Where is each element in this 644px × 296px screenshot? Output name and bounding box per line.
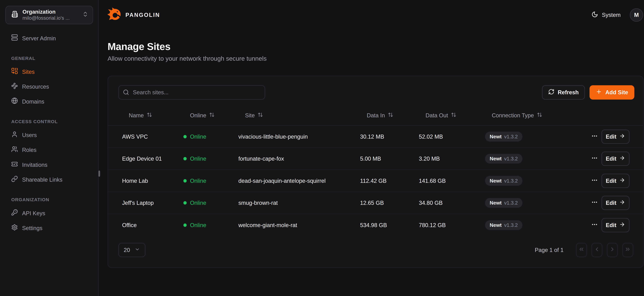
page-subtitle: Allow connectivity to your network throu… xyxy=(108,55,644,62)
column-header-connection-type[interactable]: Connection Type xyxy=(485,112,588,119)
ellipsis-icon xyxy=(591,155,598,163)
sidebar: Organization milo@fossorial.io's ... Ser… xyxy=(0,0,99,296)
page-size-select[interactable]: 20 xyxy=(118,243,146,257)
site-name-cell: AWS VPC xyxy=(122,134,184,140)
column-header-data-out[interactable]: Data Out xyxy=(419,112,485,119)
chevron-right-icon xyxy=(609,246,616,254)
edit-button[interactable]: Edit xyxy=(602,196,630,210)
site-name-cell: Home Lab xyxy=(122,178,184,184)
chevron-left-icon xyxy=(594,246,600,254)
row-menu-button[interactable] xyxy=(590,153,600,164)
organization-selector[interactable]: Organization milo@fossorial.io's ... xyxy=(6,6,93,24)
row-menu-button[interactable] xyxy=(590,197,600,208)
sites-card: Refresh Add Site Name xyxy=(108,76,644,268)
add-site-button[interactable]: Add Site xyxy=(590,85,634,100)
ellipsis-icon xyxy=(591,177,598,185)
first-page-button[interactable] xyxy=(576,243,587,257)
status-badge: Online xyxy=(190,134,206,140)
table-row: AWS VPCOnlinevivacious-little-blue-pengu… xyxy=(108,126,643,148)
page-info: Page 1 of 1 xyxy=(535,247,564,253)
table-row: Jeff's LaptopOnlinesmug-brown-rat12.65 G… xyxy=(108,192,643,214)
theme-label: System xyxy=(602,12,621,18)
site-tunnel-cell: fortunate-cape-fox xyxy=(238,156,360,162)
chevrons-right-icon xyxy=(624,246,631,254)
ellipsis-icon xyxy=(591,199,598,207)
sort-icon xyxy=(451,112,456,119)
column-header-name[interactable]: Name xyxy=(122,112,184,119)
sidebar-item-server-admin[interactable]: Server Admin xyxy=(6,31,93,46)
refresh-icon xyxy=(548,88,554,96)
avatar[interactable]: M xyxy=(630,8,643,22)
ticket-icon xyxy=(11,161,18,169)
edit-label: Edit xyxy=(606,178,616,184)
site-name-cell: Office xyxy=(122,222,184,228)
sort-icon xyxy=(147,112,152,119)
refresh-button[interactable]: Refresh xyxy=(542,85,585,100)
sidebar-item-invitations[interactable]: Invitations xyxy=(6,158,93,172)
next-page-button[interactable] xyxy=(607,243,618,257)
sort-icon xyxy=(388,112,393,119)
sidebar-item-sites[interactable]: Sites xyxy=(6,64,93,79)
ellipsis-icon xyxy=(591,221,598,229)
last-page-button[interactable] xyxy=(622,243,633,257)
data-out-cell: 141.68 GB xyxy=(419,178,485,184)
row-menu-button[interactable] xyxy=(590,175,600,186)
table-row: Edge Device 01Onlinefortunate-cape-fox5.… xyxy=(108,148,643,170)
sidebar-item-label: Sites xyxy=(22,68,34,75)
moon-icon xyxy=(592,11,598,19)
online-dot-icon xyxy=(184,201,187,204)
connection-type-cell: Newtv1.3.2 xyxy=(485,220,588,230)
edit-label: Edit xyxy=(606,156,616,162)
status-badge: Online xyxy=(190,178,206,184)
data-out-cell: 3.20 MB xyxy=(419,156,485,162)
online-dot-icon xyxy=(184,224,187,227)
building-icon xyxy=(11,11,18,19)
sidebar-item-roles[interactable]: Roles xyxy=(6,142,93,158)
online-dot-icon xyxy=(184,157,187,160)
sidebar-item-domains[interactable]: Domains xyxy=(6,94,93,109)
edit-button[interactable]: Edit xyxy=(602,218,630,232)
chevrons-left-icon xyxy=(578,246,584,254)
column-header-data-in[interactable]: Data In xyxy=(360,112,419,119)
sidebar-item-label: Roles xyxy=(22,146,36,154)
status-badge: Online xyxy=(190,222,206,228)
row-menu-button[interactable] xyxy=(590,220,600,231)
sidebar-item-label: Users xyxy=(22,132,37,138)
column-header-site[interactable]: Site xyxy=(238,112,360,119)
row-menu-button[interactable] xyxy=(590,131,600,142)
sort-icon xyxy=(209,112,214,119)
page-content: Manage Sites Allow connectivity to your … xyxy=(99,30,644,268)
data-in-cell: 112.42 GB xyxy=(360,178,419,184)
arrow-right-icon xyxy=(619,155,625,162)
connection-badge: Newtv1.3.2 xyxy=(485,132,522,142)
connection-type-cell: Newtv1.3.2 xyxy=(485,198,588,208)
online-dot-icon xyxy=(184,179,187,182)
sidebar-item-shareable-links[interactable]: Shareable Links xyxy=(6,172,93,187)
section-label: ACCESS CONTROL xyxy=(6,119,93,124)
search-input[interactable] xyxy=(118,85,265,100)
section-label: GENERAL xyxy=(6,56,93,61)
site-tunnel-cell: welcome-giant-mole-rat xyxy=(238,222,360,228)
page-title: Manage Sites xyxy=(108,41,644,52)
column-header-online[interactable]: Online xyxy=(184,112,238,119)
edit-button[interactable]: Edit xyxy=(602,130,630,144)
connection-badge: Newtv1.3.2 xyxy=(485,220,522,230)
sidebar-item-label: Domains xyxy=(22,98,44,105)
connection-badge: Newtv1.3.2 xyxy=(485,176,522,186)
theme-toggle[interactable]: System xyxy=(592,11,620,19)
sidebar-section-organization: ORGANIZATION API Keys Settings xyxy=(6,197,93,236)
edit-label: Edit xyxy=(606,222,616,228)
edit-button[interactable]: Edit xyxy=(602,174,630,188)
edit-button[interactable]: Edit xyxy=(602,152,630,166)
connection-version: v1.3.2 xyxy=(504,178,518,184)
sidebar-resize-handle[interactable] xyxy=(98,170,100,177)
app-window: Organization milo@fossorial.io's ... Ser… xyxy=(0,0,644,296)
prev-page-button[interactable] xyxy=(592,243,602,257)
brand[interactable]: PANGOLIN xyxy=(108,7,160,23)
sidebar-item-users[interactable]: Users xyxy=(6,128,93,142)
org-selector-title: Organization xyxy=(22,9,78,15)
sidebar-item-resources[interactable]: Resources xyxy=(6,79,93,94)
sidebar-item-settings[interactable]: Settings xyxy=(6,221,93,236)
sort-icon xyxy=(258,112,263,119)
sidebar-item-api-keys[interactable]: API Keys xyxy=(6,206,93,221)
